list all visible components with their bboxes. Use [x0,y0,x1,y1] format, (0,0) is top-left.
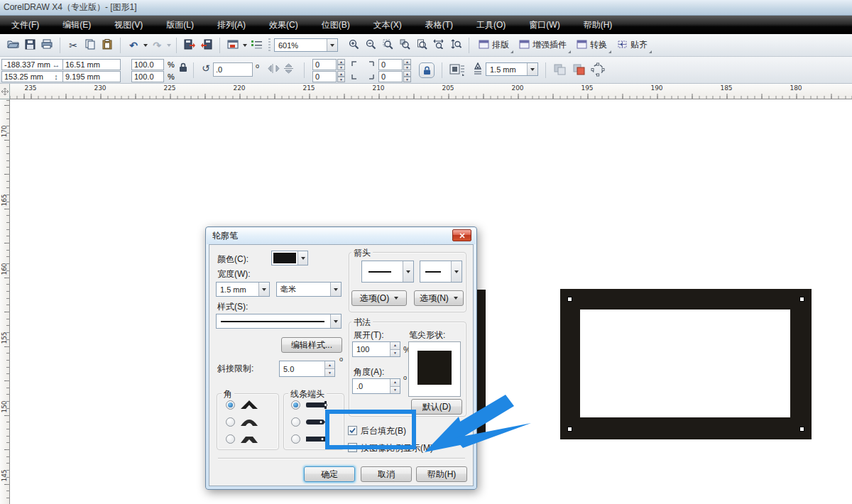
menu-item-bitmaps[interactable]: 位图(B) [317,18,354,33]
zoom-to-width-button[interactable] [430,37,447,54]
color-dropdown[interactable] [297,251,307,265]
corner-radius-spinner[interactable]: ▲▼ [403,71,411,82]
menu-item-file[interactable]: 文件(F) [7,18,43,33]
corner-miter-radio[interactable] [226,400,235,410]
scale-lock-icon[interactable] [179,62,187,74]
width-dropdown[interactable] [258,283,269,296]
scale-vertical-field[interactable]: 100.0 [131,71,164,82]
paste-button[interactable] [99,37,116,54]
corner-radius-bottom-right-field[interactable]: 0 [378,71,403,82]
zoom-to-page-button[interactable] [413,37,430,54]
open-button[interactable] [4,37,21,54]
dialog-titlebar[interactable]: 轮廓笔 [207,228,476,244]
menu-item-arrange[interactable]: 排列(A) [213,18,250,33]
corner-bevel-radio[interactable] [226,434,235,444]
corner-node-handle[interactable] [567,427,572,432]
task-list-button[interactable] [248,37,265,54]
miter-limit-spinner[interactable]: 5.0 ▲▼ [279,361,335,377]
wrap-paragraph-text-button[interactable] [449,63,465,77]
zoom-in-button[interactable] [345,37,362,54]
ok-button[interactable]: 确定 [304,466,355,482]
start-arrowhead-dropdown[interactable] [403,261,413,282]
outline-color-picker[interactable] [271,251,308,265]
start-arrowhead-combobox[interactable] [361,261,414,283]
mirror-horizontal-button[interactable] [268,62,280,76]
zoom-combobox-dropdown[interactable] [327,39,337,51]
options-o-button[interactable]: 选项(O) [351,290,407,306]
export-button[interactable] [198,37,215,54]
typesetting-button[interactable]: 排版 [474,37,514,53]
menu-item-edit[interactable]: 编辑(E) [58,18,95,33]
save-button[interactable] [21,37,38,54]
copy-button[interactable] [82,37,99,54]
black-frame-rectangle-object[interactable] [560,289,812,439]
corner-radius-spinner[interactable]: ▲▼ [337,59,345,70]
menu-item-text[interactable]: 文本(X) [369,18,406,33]
menu-item-effects[interactable]: 效果(C) [265,18,302,33]
pivot-point-button[interactable] [591,62,605,78]
ruler-origin-corner[interactable] [0,84,10,99]
options-n-button[interactable]: 选项(N) [414,290,464,306]
zoom-to-height-button[interactable] [447,37,464,54]
unit-dropdown[interactable] [330,283,341,296]
menu-item-help[interactable]: 帮助(H) [579,18,617,33]
import-button[interactable] [181,37,198,54]
to-back-button[interactable] [553,63,567,77]
edit-style-button[interactable]: 编辑样式... [281,337,342,353]
corner-radius-bottom-left-field[interactable]: 0 [312,71,337,82]
stretch-spinner[interactable]: 100 ▲▼ [352,341,400,357]
undo-button[interactable]: ↶ [125,37,142,54]
corner-node-handle[interactable] [567,297,572,302]
scale-horizontal-field[interactable]: 100.0 [131,59,164,70]
redo-button[interactable]: ↷ [148,37,165,54]
application-launcher-dropdown[interactable] [241,37,248,54]
convert-button[interactable]: 转换 [572,37,612,53]
corner-node-handle[interactable] [799,297,804,302]
menu-item-view[interactable]: 视图(V) [110,18,147,33]
cap-round-radio[interactable] [291,417,300,427]
corner-round-radio[interactable] [226,417,235,427]
style-dropdown[interactable] [330,314,341,328]
menu-item-window[interactable]: 窗口(W) [525,18,564,33]
undo-dropdown[interactable] [142,37,148,54]
line-style-combobox[interactable] [216,314,342,329]
outline-width-dropdown[interactable] [527,63,537,75]
spinner-buttons[interactable]: ▲▼ [390,342,400,356]
corner-radius-spinner[interactable]: ▲▼ [337,71,345,82]
application-launcher-button[interactable] [224,37,241,54]
print-button[interactable] [38,37,55,54]
corner-radius-top-right-field[interactable]: 0 [378,59,403,70]
end-arrowhead-dropdown[interactable] [451,261,462,282]
zoom-out-button[interactable] [362,37,379,54]
zoom-to-all-button[interactable] [396,37,413,54]
object-height-field[interactable]: 9.195 mm [62,71,121,82]
snap-button[interactable]: 贴齐 [612,37,652,53]
zoom-to-selected-button[interactable] [379,37,396,54]
outline-width-combobox[interactable]: 1.5 mm [486,62,538,76]
round-corners-together-lock-button[interactable] [419,62,435,78]
outline-width-unit-combobox[interactable]: 毫米 [276,282,342,297]
help-button[interactable]: 帮助(H) [416,466,467,482]
menu-item-tools[interactable]: 工具(O) [472,18,510,33]
dialog-close-button[interactable] [452,229,471,241]
cut-button[interactable]: ✂ [65,37,82,54]
menu-item-layout[interactable]: 版面(L) [162,18,198,33]
corner-node-handle[interactable] [799,427,804,432]
corner-radius-spinner[interactable]: ▲▼ [403,59,411,70]
zoom-level-combobox[interactable]: 601% [274,38,338,52]
spinner-buttons[interactable]: ▲▼ [324,361,334,376]
rotation-angle-field[interactable]: .0 [213,62,253,77]
redo-dropdown[interactable] [165,37,172,54]
angle-spinner[interactable]: .0 ▲▼ [352,378,400,394]
cap-butt-radio[interactable] [291,400,300,410]
mirror-vertical-button[interactable] [283,62,295,76]
menu-item-table[interactable]: 表格(T) [421,18,457,33]
cancel-button[interactable]: 取消 [361,466,412,482]
plugins-button[interactable]: 增强插件 [514,37,572,53]
corner-radius-top-left-field[interactable]: 0 [312,59,337,70]
outline-width-value-combobox[interactable]: 1.5 mm [216,282,270,297]
end-arrowhead-combobox[interactable] [420,261,462,283]
cap-square-radio[interactable] [291,434,300,444]
to-front-button[interactable] [572,63,586,77]
object-width-field[interactable]: 16.51 mm [62,59,121,70]
